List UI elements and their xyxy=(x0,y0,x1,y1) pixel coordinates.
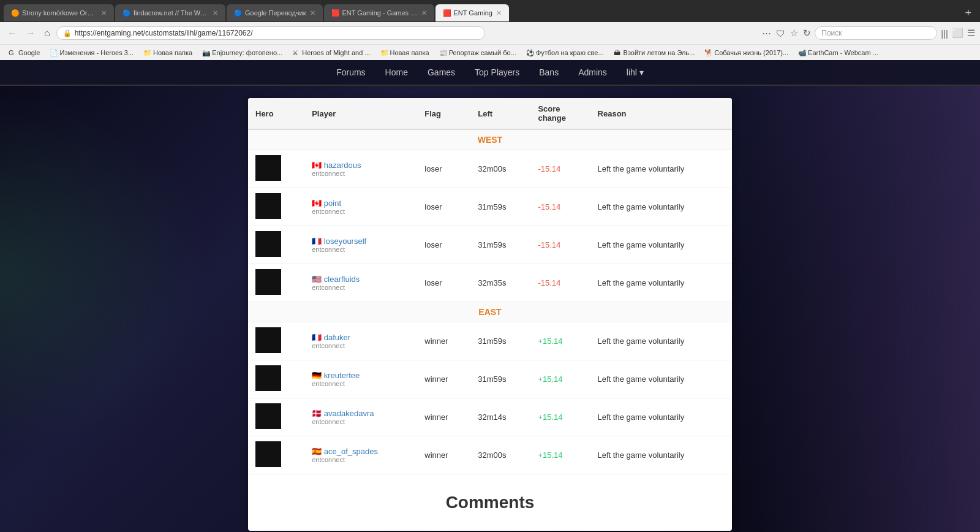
east-label: EAST xyxy=(478,307,501,317)
player-link[interactable]: 🇪🇸 ace_of_spades xyxy=(312,447,378,456)
back-button[interactable]: ← xyxy=(5,26,20,40)
player-link[interactable]: 🇺🇸 clearfluids xyxy=(312,275,360,284)
player-link[interactable]: 🇫🇷 dafuker xyxy=(312,333,350,342)
west-table-row-3: 🇺🇸 clearfluids entconnect loser 32m35s -… xyxy=(248,264,732,302)
bookmark-1[interactable]: 📄Изменения - Heroes 3... xyxy=(46,48,137,57)
extensions-icon[interactable]: ⋯ xyxy=(762,28,771,39)
left-cell: 32m14s xyxy=(470,398,530,436)
nav-item-forums[interactable]: Forums xyxy=(326,61,375,83)
score-cell: -15.14 xyxy=(530,226,590,264)
player-cell: 🇨🇦 hazardous entconnect xyxy=(304,150,417,188)
player-cell: 🇫🇷 loseyourself entconnect xyxy=(304,226,417,264)
nav-item-lihl[interactable]: lihl ▾ xyxy=(617,61,654,83)
reason-cell: Left the game voluntarily xyxy=(590,188,732,226)
hero-cell xyxy=(248,150,304,188)
bookmark-9[interactable]: 🐕Собачья жизнь (2017)... xyxy=(701,48,792,57)
left-cell: 32m00s xyxy=(470,436,530,474)
col-hero: Hero xyxy=(248,98,304,129)
new-tab-button[interactable]: + xyxy=(960,7,976,20)
bookmark-5[interactable]: 📁Новая папка xyxy=(377,48,433,57)
left-cell: 31m59s xyxy=(470,322,530,360)
east-table-row-3: 🇪🇸 ace_of_spades entconnect winner 32m00… xyxy=(248,436,732,474)
score-cell: -15.14 xyxy=(530,150,590,188)
west-label: WEST xyxy=(478,135,502,145)
left-cell: 32m35s xyxy=(470,264,530,302)
hero-image xyxy=(255,365,281,391)
home-button[interactable]: ⌂ xyxy=(42,26,53,40)
east-table-row-2: 🇩🇰 avadakedavra entconnect winner 32m14s… xyxy=(248,398,732,436)
score-cell: -15.14 xyxy=(530,188,590,226)
reason-cell: Left the game voluntarily xyxy=(590,436,732,474)
browser-tab-0[interactable]: 🟠Strony komórkowe Orange...✕ xyxy=(4,4,114,21)
nav-item-games[interactable]: Games xyxy=(418,61,465,83)
player-link[interactable]: 🇫🇷 loseyourself xyxy=(312,237,366,246)
url-box[interactable]: 🔒 https://entgaming.net/customstats/lihl… xyxy=(56,26,485,40)
flag-cell: loser xyxy=(417,264,470,302)
flag-cell: winner xyxy=(417,322,470,360)
west-table-row-2: 🇫🇷 loseyourself entconnect loser 31m59s … xyxy=(248,226,732,264)
col-score: Scorechange xyxy=(530,98,590,129)
bookmark-6[interactable]: 📰Репортаж самый бо... xyxy=(435,48,520,57)
tabs-icon[interactable]: ⬜ xyxy=(952,28,963,39)
nav-item-bans[interactable]: Bans xyxy=(529,61,568,83)
east-table-row-0: 🇫🇷 dafuker entconnect winner 31m59s +15.… xyxy=(248,322,732,360)
left-cell: 31m59s xyxy=(470,360,530,398)
hero-cell xyxy=(248,226,304,264)
hero-cell xyxy=(248,360,304,398)
sidebar-icon[interactable]: ||| xyxy=(941,28,948,39)
player-sub: entconnect xyxy=(312,342,410,349)
player-cell: 🇪🇸 ace_of_spades entconnect xyxy=(304,436,417,474)
player-link[interactable]: 🇩🇰 avadakedavra xyxy=(312,409,374,418)
nav-item-home[interactable]: Home xyxy=(375,61,418,83)
content-panel: Hero Player Flag Left Scorechange Reason… xyxy=(248,98,732,531)
bookmark-10[interactable]: 📹EarthCam - Webcam ... xyxy=(794,48,882,57)
hero-image xyxy=(255,403,281,429)
east-header-row: EAST xyxy=(248,302,732,322)
col-flag: Flag xyxy=(417,98,470,129)
player-link[interactable]: 🇩🇪 kreutertee xyxy=(312,371,360,380)
hero-cell xyxy=(248,398,304,436)
player-link[interactable]: 🇨🇦 point xyxy=(312,199,341,208)
tabs-container: 🟠Strony komórkowe Orange...✕🔵findacrew.n… xyxy=(4,4,960,21)
east-table-row-1: 🇩🇪 kreutertee entconnect winner 31m59s +… xyxy=(248,360,732,398)
nav-item-top-players[interactable]: Top Players xyxy=(465,61,529,83)
star-icon[interactable]: ☆ xyxy=(790,28,798,39)
bookmark-4[interactable]: ⚔Heroes of Might and ... xyxy=(288,48,374,57)
address-bar: ← → ⌂ 🔒 https://entgaming.net/customstat… xyxy=(0,22,980,44)
search-box[interactable]: Поиск xyxy=(815,26,937,40)
player-sub: entconnect xyxy=(312,170,410,177)
nav-item-admins[interactable]: Admins xyxy=(568,61,617,83)
reason-cell: Left the game voluntarily xyxy=(590,360,732,398)
flag-cell: loser xyxy=(417,226,470,264)
browser-tab-2[interactable]: 🔵Google Переводчик✕ xyxy=(227,4,323,21)
game-table: Hero Player Flag Left Scorechange Reason… xyxy=(248,98,732,474)
refresh-icon[interactable]: ↻ xyxy=(803,28,811,39)
reason-cell: Left the game voluntarily xyxy=(590,150,732,188)
shield-icon[interactable]: 🛡 xyxy=(776,28,785,39)
table-header-row: Hero Player Flag Left Scorechange Reason xyxy=(248,98,732,129)
url-text: https://entgaming.net/customstats/lihl/g… xyxy=(75,29,253,37)
reason-cell: Left the game voluntarily xyxy=(590,398,732,436)
hero-cell xyxy=(248,436,304,474)
browser-tab-4[interactable]: 🟥ENT Gaming✕ xyxy=(435,4,509,21)
col-reason: Reason xyxy=(590,98,732,129)
browser-tab-3[interactable]: 🟥ENT Gaming - Games list✕ xyxy=(324,4,434,21)
hero-cell xyxy=(248,264,304,302)
comments-section: Comments xyxy=(248,474,732,531)
page-background: ForumsHomeGamesTop PlayersBansAdminslihl… xyxy=(0,60,980,532)
bookmark-0[interactable]: GGoogle xyxy=(5,48,43,57)
hero-image xyxy=(255,327,281,353)
menu-icon[interactable]: ☰ xyxy=(967,28,975,39)
bookmark-7[interactable]: ⚽Футбол на краю све... xyxy=(522,48,608,57)
player-cell: 🇩🇰 avadakedavra entconnect xyxy=(304,398,417,436)
lock-icon: 🔒 xyxy=(63,29,72,37)
bookmarks-bar: GGoogle📄Изменения - Heroes 3...📁Новая па… xyxy=(0,44,980,60)
bookmark-2[interactable]: 📁Новая папка xyxy=(140,48,196,57)
bookmark-3[interactable]: 📷Enjourney: фотопено... xyxy=(198,48,286,57)
forward-button[interactable]: → xyxy=(23,26,38,40)
bookmark-8[interactable]: 🏔Взойти летом на Эль... xyxy=(610,48,699,57)
player-sub: entconnect xyxy=(312,380,410,387)
browser-tab-1[interactable]: 🔵findacrew.net // The World's l...✕ xyxy=(115,4,225,21)
player-link[interactable]: 🇨🇦 hazardous xyxy=(312,161,361,170)
comments-title: Comments xyxy=(266,493,714,512)
